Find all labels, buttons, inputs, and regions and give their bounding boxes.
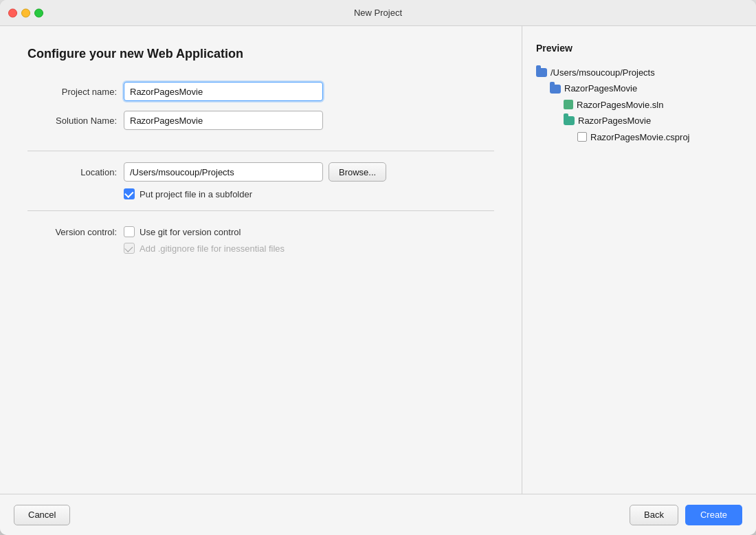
- use-git-row: Use git for version control: [124, 226, 285, 237]
- tree-item-label: RazorPagesMovie.sln: [577, 97, 663, 113]
- use-git-checkbox[interactable]: [124, 226, 135, 237]
- tree-item-label: RazorPagesMovie: [578, 113, 651, 129]
- subfolder-row: Put project file in a subfolder: [124, 188, 494, 199]
- page-title: Configure your new Web Application: [27, 47, 494, 61]
- back-button[interactable]: Back: [630, 505, 678, 525]
- preview-panel: Preview /Users/msoucoup/Projects RazorPa…: [522, 26, 756, 494]
- tree-item: RazorPagesMovie: [536, 80, 742, 96]
- folder-icon: [564, 116, 575, 125]
- version-control-row: Version control: Use git for version con…: [27, 226, 494, 254]
- subfolder-label: Put project file in a subfolder: [140, 189, 252, 199]
- folder-icon: [550, 85, 561, 94]
- add-gitignore-row: Add .gitignore file for inessential file…: [124, 243, 285, 254]
- add-gitignore-label: Add .gitignore file for inessential file…: [140, 243, 285, 254]
- divider-1: [27, 151, 494, 151]
- location-row: Location: Browse...: [27, 162, 494, 182]
- divider-2: [27, 210, 494, 211]
- solution-name-row: Solution Name:: [27, 111, 494, 130]
- preview-title: Preview: [536, 43, 742, 54]
- traffic-lights: [8, 8, 43, 17]
- window: New Project Configure your new Web Appli…: [0, 0, 756, 535]
- footer-right-buttons: Back Create: [630, 505, 742, 525]
- close-button[interactable]: [8, 8, 17, 17]
- add-gitignore-checkbox: [124, 243, 135, 254]
- sln-icon: [564, 100, 573, 109]
- version-control-label: Version control:: [27, 226, 117, 237]
- project-name-row: Project name:: [27, 82, 494, 101]
- minimize-button[interactable]: [21, 8, 30, 17]
- maximize-button[interactable]: [34, 8, 43, 17]
- title-bar: New Project: [0, 0, 756, 26]
- create-button[interactable]: Create: [685, 505, 742, 525]
- tree-item-label: RazorPagesMovie: [564, 80, 637, 96]
- location-label: Location:: [27, 167, 117, 177]
- tree-item: /Users/msoucoup/Projects: [536, 65, 742, 80]
- file-tree: /Users/msoucoup/Projects RazorPagesMovie…: [536, 65, 742, 145]
- tree-item: RazorPagesMovie.sln: [536, 97, 742, 113]
- main-panel: Configure your new Web Application Proje…: [0, 26, 522, 494]
- project-name-input[interactable]: [124, 82, 323, 101]
- solution-name-input[interactable]: [124, 111, 323, 130]
- tree-item: RazorPagesMovie.csproj: [536, 129, 742, 145]
- use-git-label: Use git for version control: [140, 227, 241, 237]
- footer: Cancel Back Create: [0, 494, 756, 535]
- tree-item: RazorPagesMovie: [536, 113, 742, 129]
- cancel-button[interactable]: Cancel: [14, 505, 70, 525]
- solution-name-label: Solution Name:: [27, 116, 117, 126]
- tree-item-label: RazorPagesMovie.csproj: [590, 129, 690, 145]
- vc-options: Use git for version control Add .gitigno…: [124, 226, 285, 254]
- form-section: Project name: Solution Name: Location: B…: [27, 82, 494, 259]
- tree-item-label: /Users/msoucoup/Projects: [551, 65, 655, 80]
- location-input[interactable]: [124, 162, 323, 182]
- csproj-icon: [577, 132, 587, 142]
- subfolder-checkbox[interactable]: [124, 188, 135, 199]
- browse-button[interactable]: Browse...: [329, 162, 386, 182]
- content-area: Configure your new Web Application Proje…: [0, 26, 756, 494]
- folder-icon: [536, 68, 547, 77]
- project-name-label: Project name:: [27, 87, 117, 97]
- window-title: New Project: [354, 8, 402, 18]
